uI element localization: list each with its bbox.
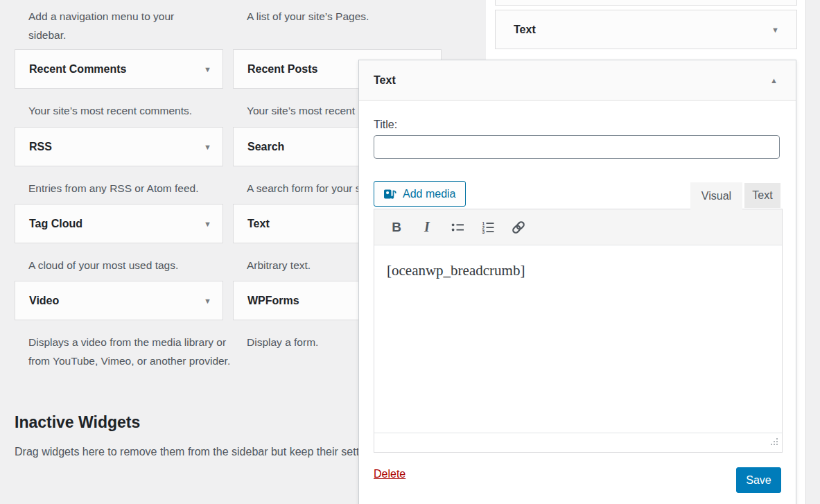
svg-text:3: 3 — [482, 229, 485, 234]
numbered-list-button[interactable]: 1 2 3 — [476, 216, 500, 238]
widget-panel-header[interactable]: Text ▲ — [359, 60, 796, 101]
widget-description: Entries from any RSS or Atom feed. — [28, 179, 229, 198]
editor-toolbar: B I — [374, 209, 782, 245]
widget-title: Text — [234, 218, 270, 230]
save-button[interactable]: Save — [736, 467, 781, 493]
add-media-button[interactable]: Add media — [374, 181, 466, 207]
widget-title: Recent Comments — [15, 63, 126, 76]
widget-title: WPForms — [234, 295, 299, 307]
widget-title: RSS — [15, 141, 52, 153]
bulleted-list-icon — [451, 220, 464, 234]
widget-title: Video — [15, 295, 59, 307]
widget-card-partial[interactable] — [495, 0, 797, 6]
bold-button[interactable]: B — [385, 216, 408, 238]
italic-icon: I — [424, 219, 430, 235]
widget-title: Search — [234, 141, 284, 153]
chevron-down-icon[interactable]: ▼ — [204, 143, 211, 151]
bulleted-list-button[interactable] — [446, 216, 469, 238]
tab-text[interactable]: Text — [744, 183, 780, 208]
chevron-down-icon[interactable]: ▼ — [204, 220, 211, 228]
bold-icon: B — [392, 220, 401, 235]
text-widget-editor-panel: Text ▲ Title: Add media Visual Text — [358, 60, 796, 504]
widget-card-rss[interactable]: RSS ▼ — [15, 127, 223, 166]
widget-title: Tag Cloud — [15, 218, 82, 230]
delete-widget-link[interactable]: Delete — [374, 468, 405, 480]
widget-description: Displays a video from the media library … — [28, 333, 231, 370]
insert-link-button[interactable] — [507, 216, 530, 238]
widget-description: Add a navigation menu to your sidebar. — [28, 7, 202, 44]
chevron-down-icon[interactable]: ▼ — [204, 65, 211, 73]
widget-title: Text — [496, 24, 536, 36]
link-icon — [511, 220, 526, 235]
chevron-down-icon[interactable]: ▼ — [204, 297, 211, 305]
title-label: Title: — [374, 119, 397, 131]
tab-visual[interactable]: Visual — [690, 182, 742, 210]
chevron-down-icon[interactable]: ▼ — [771, 26, 779, 34]
numbered-list-icon: 1 2 3 — [481, 220, 495, 234]
inactive-widgets-description: Drag widgets here to remove them from th… — [15, 442, 389, 461]
widget-description: A cloud of your most used tags. — [28, 256, 229, 275]
chevron-up-icon[interactable]: ▲ — [770, 76, 778, 85]
widget-card-text-collapsed[interactable]: Text ▼ — [495, 10, 797, 49]
widget-title: Recent Posts — [234, 63, 317, 76]
editor-content[interactable]: [oceanwp_breadcrumb] — [374, 245, 782, 433]
widgets-admin-screen: Add a navigation menu to your sidebar. A… — [0, 0, 820, 504]
inactive-widgets-heading: Inactive Widgets — [15, 413, 140, 432]
widget-title-input[interactable] — [374, 135, 780, 159]
add-media-label: Add media — [403, 188, 456, 200]
visual-editor: B I — [374, 209, 783, 453]
widget-card-tag-cloud[interactable]: Tag Cloud ▼ — [15, 204, 223, 243]
resize-grip-icon[interactable] — [769, 437, 778, 446]
widget-description: Your site’s most recent comments. — [28, 101, 229, 120]
editor-statusbar — [374, 433, 782, 451]
widget-title: Text — [359, 74, 396, 87]
media-icon — [383, 187, 397, 201]
widget-description: A list of your site’s Pages. — [247, 7, 434, 26]
widget-card-recent-comments[interactable]: Recent Comments ▼ — [15, 49, 223, 89]
italic-button[interactable]: I — [415, 216, 439, 238]
widget-card-video[interactable]: Video ▼ — [15, 281, 223, 320]
